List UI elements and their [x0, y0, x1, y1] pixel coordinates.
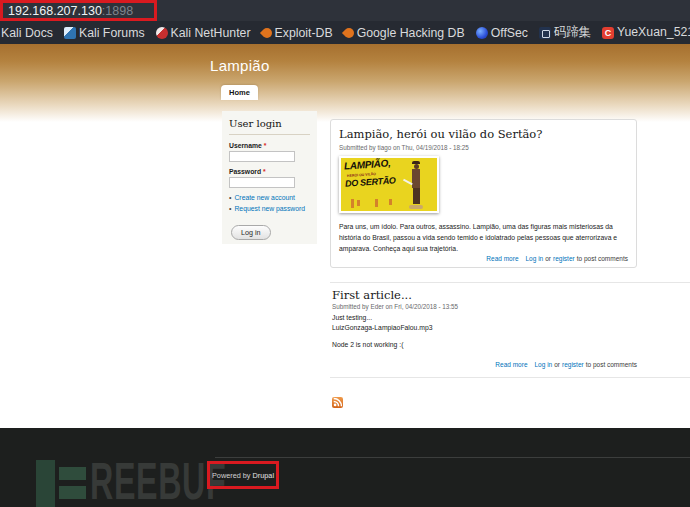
- list-item: • Create new account: [229, 194, 310, 202]
- read-more-link[interactable]: Read more: [486, 255, 518, 262]
- article-submitted: Submitted by Eder on Fri, 04/20/2018 - 1…: [332, 303, 458, 310]
- create-account-link[interactable]: Create new account: [234, 194, 294, 202]
- login-links: • Create new account • Request new passw…: [229, 194, 310, 214]
- login-heading: User login: [229, 118, 310, 135]
- bookmark-kali-docs[interactable]: Kali Docs: [1, 26, 53, 40]
- cactus-shape: [389, 199, 392, 205]
- article-submitted: Submitted by tiago on Thu, 04/19/2018 - …: [339, 144, 628, 151]
- divider: [330, 377, 690, 378]
- bullet-icon: •: [229, 194, 231, 202]
- bookmark-kali-forums[interactable]: Kali Forums: [64, 26, 145, 40]
- log-in-link[interactable]: Log in: [526, 255, 544, 262]
- url-host[interactable]: 192.168.207.130: [8, 4, 102, 18]
- bookmark-csdn-label: YueXuan_521的博客_CS...: [617, 24, 690, 41]
- bookmark-offsec-label: OffSec: [491, 26, 528, 40]
- lampiao-poster-image: LAMPIÃO, HERÓI OU VILÃO DO SERTÃO: [341, 158, 437, 211]
- site-title[interactable]: Lampião: [210, 57, 270, 74]
- matiji-icon: [539, 27, 551, 39]
- bookmark-google-hacking-db-label: Google Hacking DB: [357, 26, 465, 40]
- or-text: or: [545, 255, 551, 262]
- bookmark-exploit-db-label: Exploit-DB: [275, 26, 333, 40]
- web-page: Lampião Home User login Username * Passw…: [0, 44, 690, 428]
- article-title[interactable]: First article...: [332, 288, 412, 302]
- required-marker: *: [263, 168, 266, 175]
- username-label: Username *: [229, 142, 310, 149]
- article-body: Para uns, um ídolo. Para outros, assassi…: [339, 222, 628, 255]
- bookmark-csdn[interactable]: C YueXuan_521的博客_CS...: [602, 24, 690, 41]
- login-button[interactable]: Log in: [231, 225, 271, 240]
- or-text: or: [554, 361, 560, 368]
- password-label: Password *: [229, 168, 310, 175]
- article-body-line: Just testing...: [332, 314, 372, 321]
- bookmark-google-hacking-db[interactable]: Google Hacking DB: [344, 26, 465, 40]
- annotation-box-url: 192.168.207.130 :1898: [0, 0, 157, 21]
- rss-icon[interactable]: [332, 394, 343, 405]
- article-card: Lampião, herói ou vilão do Sertão? Submi…: [330, 119, 637, 268]
- poster-title-top: LAMPIÃO,: [344, 158, 391, 172]
- username-input[interactable]: [229, 151, 295, 162]
- required-marker: *: [264, 142, 267, 149]
- site-header: [0, 44, 690, 122]
- drupal-link[interactable]: Drupal: [253, 471, 275, 480]
- kali-forums-icon: [64, 27, 76, 39]
- exploit-db-icon: [259, 25, 273, 39]
- password-input[interactable]: [229, 177, 295, 188]
- poster-title-bottom: DO SERTÃO: [345, 175, 396, 189]
- bullet-icon: •: [229, 205, 231, 213]
- csdn-icon: C: [602, 27, 614, 39]
- article-title[interactable]: Lampião, herói ou vilão do Sertão?: [339, 127, 628, 141]
- bookmark-matiji-label: 码蹄集: [554, 24, 591, 41]
- divider: [330, 282, 690, 283]
- bookmark-matiji[interactable]: 码蹄集: [539, 24, 591, 41]
- bookmark-kali-nethunter-label: Kali NetHunter: [171, 26, 251, 40]
- user-login-block: User login Username * Password * • Creat…: [222, 111, 317, 244]
- url-bar[interactable]: 192.168.207.130 :1898: [0, 0, 690, 21]
- register-link[interactable]: register: [553, 255, 575, 262]
- article-image-frame[interactable]: LAMPIÃO, HERÓI OU VILÃO DO SERTÃO: [339, 156, 439, 213]
- cangaceiro-figure: [409, 161, 423, 209]
- annotation-box-powered-by: Powered by Drupal: [207, 461, 279, 489]
- cactus-shape: [357, 200, 360, 206]
- bookmark-kali-forums-label: Kali Forums: [79, 26, 145, 40]
- list-item: • Request new password: [229, 205, 310, 213]
- freebuf-watermark-text: REEBUF: [90, 455, 226, 507]
- page-footer: REEBUF Powered by Drupal: [0, 428, 690, 507]
- article-body-line: Node 2 is not working :(: [332, 341, 403, 348]
- cactus-shape: [351, 199, 354, 208]
- article-links-row: Read more Log in or register to post com…: [486, 255, 628, 262]
- powered-by-text: Powered by: [212, 471, 251, 480]
- freebuf-watermark-logo: [36, 460, 55, 507]
- post-comments-text: to post comments: [586, 361, 637, 368]
- bookmarks-bar: Kali Docs Kali Forums Kali NetHunter Exp…: [0, 21, 690, 44]
- bookmark-offsec[interactable]: OffSec: [476, 26, 528, 40]
- request-password-link[interactable]: Request new password: [234, 205, 305, 213]
- log-in-link[interactable]: Log in: [535, 361, 553, 368]
- post-comments-text: to post comments: [577, 255, 628, 262]
- bookmark-kali-docs-label: Kali Docs: [1, 26, 53, 40]
- kali-nethunter-icon: [156, 27, 168, 39]
- offsec-icon: [476, 27, 488, 39]
- tab-home[interactable]: Home: [221, 85, 258, 100]
- read-more-link[interactable]: Read more: [495, 361, 527, 368]
- cactus-shape: [375, 199, 378, 207]
- bookmark-exploit-db[interactable]: Exploit-DB: [262, 26, 333, 40]
- article-body-line: LuizGonzaga-LampiaoFalou.mp3: [332, 324, 433, 331]
- article-links-row: Read more Log in or register to post com…: [330, 361, 637, 368]
- url-port[interactable]: :1898: [102, 4, 133, 18]
- bookmark-kali-nethunter[interactable]: Kali NetHunter: [156, 26, 251, 40]
- register-link[interactable]: register: [562, 361, 584, 368]
- google-hacking-db-icon: [342, 25, 356, 39]
- footer-divider: [215, 457, 690, 458]
